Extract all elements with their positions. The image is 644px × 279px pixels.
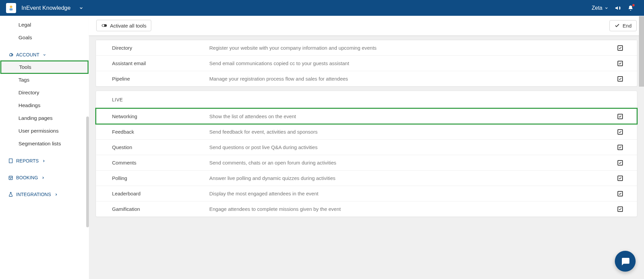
tool-toggle-checkbox[interactable] xyxy=(613,60,627,66)
tool-description: Answer live polling and dynamic quizzes … xyxy=(209,175,613,181)
tool-row-leaderboard[interactable]: LeaderboardDisplay the most engaged atte… xyxy=(96,186,637,201)
end-button-label: End xyxy=(623,23,632,29)
tool-description: Show the list of attendees on the event xyxy=(209,113,613,119)
sidebar-item-directory[interactable]: Directory xyxy=(0,86,89,99)
user-menu[interactable]: Zeta xyxy=(592,5,608,11)
sidebar-item-goals[interactable]: Goals xyxy=(0,31,89,44)
tools-panel: LIVENetworkingShow the list of attendees… xyxy=(96,91,637,217)
activate-all-tools-button[interactable]: Activate all tools xyxy=(96,20,151,31)
svg-rect-2 xyxy=(9,159,12,163)
bell-icon[interactable] xyxy=(627,5,634,11)
sidebar-section-booking[interactable]: BOOKING xyxy=(0,170,89,184)
tool-description: Send questions or post live Q&A during a… xyxy=(209,144,613,150)
sidebar-item-user-permissions[interactable]: User permissions xyxy=(0,125,89,137)
tool-description: Display the most engaged attendees in th… xyxy=(209,191,613,196)
panel-header: LIVE xyxy=(96,91,637,108)
chevron-right-icon xyxy=(42,159,46,163)
sidebar-section-account[interactable]: ACCOUNT xyxy=(0,47,89,61)
tool-description: Send comments, chats or an open forum du… xyxy=(209,160,613,166)
chat-icon xyxy=(620,256,630,266)
gear-icon xyxy=(8,52,13,57)
chevron-right-icon xyxy=(41,176,45,180)
tool-description: Register your website with your company … xyxy=(209,45,613,51)
tool-toggle-checkbox[interactable] xyxy=(613,76,627,82)
page-scrollbar[interactable] xyxy=(639,16,644,87)
tool-name: Gamification xyxy=(112,206,209,212)
tool-toggle-checkbox[interactable] xyxy=(613,191,627,196)
sidebar-item-segmentation-lists[interactable]: Segmentation lists xyxy=(0,137,89,150)
app-title: InEvent Knowledge xyxy=(21,5,71,11)
toolbar: Activate all tools End xyxy=(89,16,644,36)
tool-toggle-checkbox[interactable] xyxy=(613,175,627,181)
tool-toggle-checkbox[interactable] xyxy=(613,113,627,119)
tool-name: Polling xyxy=(112,175,209,181)
tool-name: Networking xyxy=(112,113,209,119)
end-button[interactable]: End xyxy=(609,20,637,31)
tool-description: Engage attendees to complete missions gi… xyxy=(209,206,613,212)
sidebar: LegalGoalsACCOUNTToolsTagsDirectoryHeadi… xyxy=(0,16,89,279)
tool-name: Assistant email xyxy=(112,60,209,66)
tool-toggle-checkbox[interactable] xyxy=(613,206,627,212)
tool-row-pipeline[interactable]: PipelineManage your registration process… xyxy=(96,71,637,86)
building-icon xyxy=(8,158,13,164)
sidebar-item-tags[interactable]: Tags xyxy=(0,74,89,86)
svg-rect-7 xyxy=(9,176,13,180)
tool-description: Send email communications copied cc to y… xyxy=(209,60,613,66)
sidebar-item-landing-pages[interactable]: Landing pages xyxy=(0,112,89,125)
content-scroll[interactable]: DirectoryRegister your website with your… xyxy=(89,36,644,279)
tool-name: Question xyxy=(112,144,209,150)
tool-name: Comments xyxy=(112,160,209,166)
check-icon xyxy=(614,23,620,28)
tool-name: Leaderboard xyxy=(112,191,209,196)
tool-row-comments[interactable]: CommentsSend comments, chats or an open … xyxy=(96,155,637,170)
tool-row-assistant-email[interactable]: Assistant emailSend email communications… xyxy=(96,55,637,71)
tool-toggle-checkbox[interactable] xyxy=(613,160,627,166)
sidebar-section-integrations[interactable]: INTEGRATIONS xyxy=(0,187,89,200)
tool-row-feedback[interactable]: FeedbackSend feedback for event, activit… xyxy=(96,124,637,139)
svg-point-0 xyxy=(10,5,12,8)
sidebar-section-label: BOOKING xyxy=(16,175,38,180)
tool-row-question[interactable]: QuestionSend questions or post live Q&A … xyxy=(96,139,637,155)
tool-toggle-checkbox[interactable] xyxy=(613,45,627,51)
activate-all-tools-label: Activate all tools xyxy=(110,23,146,29)
toggle-icon xyxy=(101,22,107,29)
top-bar: InEvent Knowledge Zeta xyxy=(0,0,644,16)
user-name: Zeta xyxy=(592,5,602,11)
sidebar-item-tools[interactable]: Tools xyxy=(1,61,88,74)
sidebar-item-headings[interactable]: Headings xyxy=(0,99,89,112)
svg-point-10 xyxy=(102,25,104,27)
tool-row-directory[interactable]: DirectoryRegister your website with your… xyxy=(96,40,637,55)
tool-name: Pipeline xyxy=(112,76,209,82)
megaphone-icon[interactable] xyxy=(614,5,621,11)
chevron-down-icon xyxy=(604,6,608,10)
tool-row-polling[interactable]: PollingAnswer live polling and dynamic q… xyxy=(96,170,637,186)
tool-description: Send feedback for event, activities and … xyxy=(209,129,613,135)
calendar-check-icon xyxy=(8,175,13,180)
flask-icon xyxy=(8,192,13,197)
tool-row-gamification[interactable]: GamificationEngage attendees to complete… xyxy=(96,201,637,217)
tool-toggle-checkbox[interactable] xyxy=(613,144,627,150)
sidebar-section-reports[interactable]: REPORTS xyxy=(0,153,89,167)
sidebar-section-label: INTEGRATIONS xyxy=(16,192,51,197)
tool-row-networking[interactable]: NetworkingShow the list of attendees on … xyxy=(96,108,637,124)
chevron-down-icon xyxy=(43,53,46,57)
brand-logo[interactable] xyxy=(6,3,16,13)
tools-panel: DirectoryRegister your website with your… xyxy=(96,40,637,87)
sidebar-section-label: ACCOUNT xyxy=(16,52,39,57)
chat-launcher-button[interactable] xyxy=(615,251,636,272)
sidebar-section-label: REPORTS xyxy=(16,158,39,164)
sidebar-scrollbar[interactable] xyxy=(86,117,89,227)
svg-rect-1 xyxy=(9,8,12,10)
tool-toggle-checkbox[interactable] xyxy=(613,129,627,135)
sidebar-item-legal[interactable]: Legal xyxy=(0,18,89,31)
tool-name: Directory xyxy=(112,45,209,51)
tool-description: Manage your registration process flow an… xyxy=(209,76,613,82)
main-content: Activate all tools End DirectoryRegister… xyxy=(89,16,644,279)
chevron-right-icon xyxy=(54,193,58,196)
tool-name: Feedback xyxy=(112,129,209,135)
app-switcher-chevron[interactable] xyxy=(79,6,84,10)
